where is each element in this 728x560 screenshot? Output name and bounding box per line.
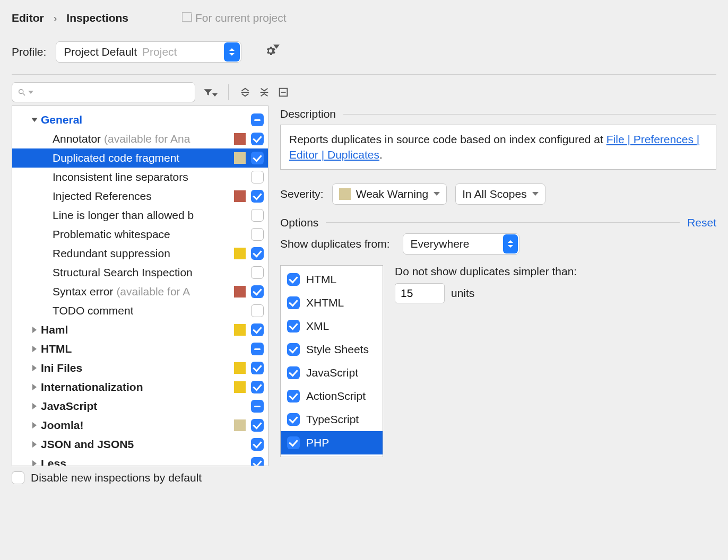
profile-select[interactable]: Project Default Project bbox=[56, 41, 241, 63]
language-item[interactable]: XHTML bbox=[281, 291, 383, 314]
language-item[interactable]: XML bbox=[281, 314, 383, 338]
language-checkbox[interactable] bbox=[287, 320, 300, 332]
language-item[interactable]: Style Sheets bbox=[281, 338, 383, 361]
tree-item-label: Inconsistent line separators bbox=[53, 171, 188, 183]
tree-item[interactable]: TODO comment bbox=[12, 301, 268, 320]
tree-item[interactable]: Inconsistent line separators bbox=[12, 168, 268, 187]
severity-value: Weak Warning bbox=[356, 188, 429, 200]
disclosure-triangle-icon[interactable] bbox=[30, 440, 39, 449]
category-label: Haml bbox=[41, 323, 68, 336]
category-checkbox[interactable] bbox=[251, 113, 264, 126]
tree-item[interactable]: Injected References bbox=[12, 187, 268, 206]
language-checkbox[interactable] bbox=[287, 413, 300, 426]
tree-item-hint: (available for A bbox=[116, 285, 190, 298]
tree-item-label: Duplicated code fragment bbox=[53, 152, 179, 164]
show-duplicates-select[interactable]: Everywhere bbox=[403, 233, 519, 255]
inspection-checkbox[interactable] bbox=[251, 171, 264, 183]
category-checkbox[interactable] bbox=[251, 343, 264, 355]
category-checkbox[interactable] bbox=[251, 323, 264, 336]
disclosure-triangle-icon[interactable] bbox=[30, 459, 39, 466]
disclosure-triangle-icon[interactable] bbox=[30, 116, 39, 124]
tree-category[interactable]: Haml bbox=[12, 320, 268, 339]
tree-item[interactable]: Syntax error(available for A bbox=[12, 282, 268, 301]
language-item[interactable]: ActionScript bbox=[281, 384, 383, 408]
tree-category[interactable]: Internationalization bbox=[12, 378, 268, 397]
disclosure-triangle-icon[interactable] bbox=[30, 364, 39, 372]
breadcrumb-inspections[interactable]: Inspections bbox=[66, 12, 128, 24]
inspection-checkbox[interactable] bbox=[251, 266, 264, 279]
language-item[interactable]: TypeScript bbox=[281, 408, 383, 431]
tree-item[interactable]: Line is longer than allowed b bbox=[12, 206, 268, 225]
profile-caret-icon[interactable] bbox=[224, 42, 240, 62]
scope-select[interactable]: In All Scopes bbox=[455, 183, 545, 205]
inspection-checkbox[interactable] bbox=[251, 247, 264, 260]
tree-item[interactable]: Redundant suppression bbox=[12, 244, 268, 263]
language-item[interactable]: HTML bbox=[281, 268, 383, 291]
reset-link[interactable]: Reset bbox=[687, 216, 716, 229]
tree-item[interactable]: Problematic whitespace bbox=[12, 225, 268, 244]
inspection-checkbox[interactable] bbox=[251, 152, 264, 164]
language-checkbox[interactable] bbox=[287, 390, 300, 402]
language-checkbox[interactable] bbox=[287, 366, 300, 379]
disclosure-triangle-icon[interactable] bbox=[30, 421, 39, 430]
disclosure-triangle-icon[interactable] bbox=[30, 402, 39, 410]
square-dash-icon bbox=[278, 86, 289, 98]
inspection-checkbox[interactable] bbox=[251, 304, 264, 317]
language-item[interactable]: JavaScript bbox=[281, 361, 383, 384]
severity-select[interactable]: Weak Warning bbox=[332, 183, 447, 205]
profile-gear-button[interactable] bbox=[265, 45, 276, 59]
tree-item-label: TODO comment bbox=[53, 304, 133, 317]
profile-name: Project Default bbox=[64, 46, 137, 58]
tree-category-general[interactable]: General bbox=[12, 110, 268, 129]
tree-category[interactable]: HTML bbox=[12, 339, 268, 358]
severity-swatch bbox=[234, 305, 246, 317]
reset-defaults-button[interactable] bbox=[278, 86, 289, 98]
category-checkbox[interactable] bbox=[251, 419, 264, 432]
language-checkbox[interactable] bbox=[287, 343, 300, 356]
search-history-caret-icon[interactable] bbox=[28, 91, 33, 94]
inspection-checkbox[interactable] bbox=[251, 133, 264, 145]
language-label: XHTML bbox=[306, 296, 344, 309]
disable-new-checkbox[interactable] bbox=[12, 471, 24, 484]
tree-category[interactable]: Ini Files bbox=[12, 358, 268, 378]
tree-category[interactable]: Joomla! bbox=[12, 416, 268, 435]
inspection-checkbox[interactable] bbox=[251, 285, 264, 298]
filter-button[interactable] bbox=[203, 87, 218, 98]
tree-category[interactable]: Less bbox=[12, 454, 268, 466]
tree-item-label: Redundant suppression bbox=[53, 247, 170, 260]
tree-item[interactable]: Annotator(available for Ana bbox=[12, 129, 268, 148]
language-checkbox[interactable] bbox=[287, 273, 300, 286]
tree-item[interactable]: Duplicated code fragment bbox=[12, 148, 268, 168]
expand-all-button[interactable] bbox=[239, 86, 251, 98]
search-input[interactable] bbox=[12, 82, 195, 102]
severity-swatch bbox=[234, 324, 246, 336]
disclosure-triangle-icon[interactable] bbox=[30, 345, 39, 353]
inspection-checkbox[interactable] bbox=[251, 190, 264, 203]
disclosure-triangle-icon[interactable] bbox=[30, 326, 39, 334]
language-list[interactable]: HTMLXHTMLXMLStyle SheetsJavaScriptAction… bbox=[280, 265, 383, 457]
category-checkbox[interactable] bbox=[251, 362, 264, 374]
breadcrumb-editor[interactable]: Editor bbox=[12, 12, 44, 24]
disclosure-triangle-icon[interactable] bbox=[30, 383, 39, 391]
language-item[interactable]: PHP bbox=[281, 431, 383, 454]
language-checkbox[interactable] bbox=[287, 436, 300, 449]
search-field[interactable] bbox=[36, 86, 189, 99]
tree-category[interactable]: JSON and JSON5 bbox=[12, 435, 268, 454]
severity-swatch bbox=[234, 209, 246, 221]
tree-item[interactable]: Structural Search Inspection bbox=[12, 263, 268, 282]
profile-row: Profile: Project Default Project bbox=[12, 41, 716, 63]
category-checkbox[interactable] bbox=[251, 400, 264, 413]
tree-category[interactable]: JavaScript bbox=[12, 397, 268, 416]
category-checkbox[interactable] bbox=[251, 438, 264, 451]
category-label: JavaScript bbox=[41, 400, 97, 413]
inspection-checkbox[interactable] bbox=[251, 209, 264, 222]
category-checkbox[interactable] bbox=[251, 381, 264, 393]
inspection-tree[interactable]: General Annotator(available for AnaDupli… bbox=[12, 106, 268, 466]
collapse-all-button[interactable] bbox=[258, 86, 270, 98]
severity-row: Severity: Weak Warning In All Scopes bbox=[280, 183, 716, 205]
category-checkbox[interactable] bbox=[251, 457, 264, 466]
category-label: Joomla! bbox=[41, 419, 84, 432]
threshold-input[interactable] bbox=[395, 283, 445, 303]
language-checkbox[interactable] bbox=[287, 296, 300, 309]
inspection-checkbox[interactable] bbox=[251, 228, 264, 241]
